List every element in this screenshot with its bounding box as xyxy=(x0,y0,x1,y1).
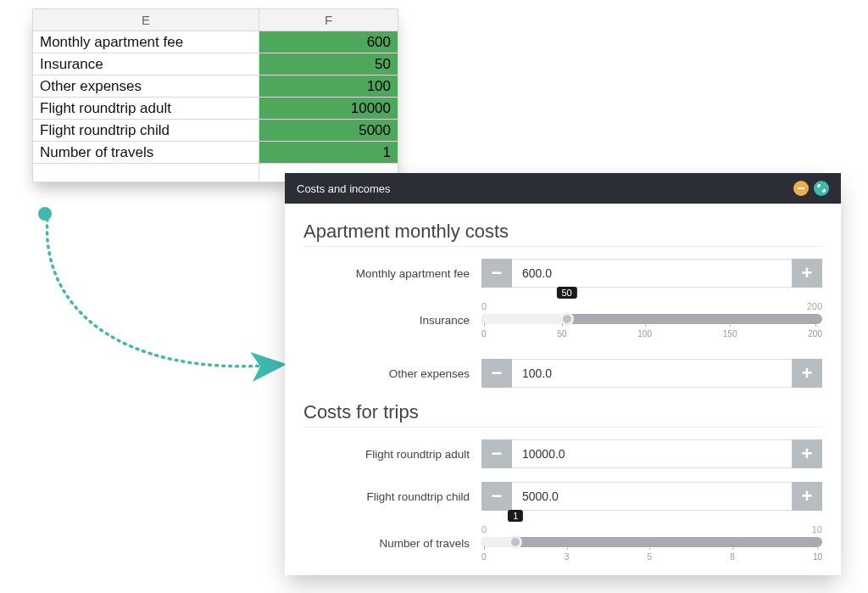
svg-point-0 xyxy=(38,207,52,221)
cell-value[interactable]: 50 xyxy=(259,53,398,76)
section-rule xyxy=(303,427,822,428)
increment-button[interactable]: + xyxy=(792,482,822,511)
expand-button[interactable] xyxy=(814,181,829,196)
monthly-fee-input[interactable] xyxy=(512,259,792,288)
other-expenses-input[interactable] xyxy=(512,359,792,388)
slider-tick: 3 xyxy=(565,552,570,562)
cell-label[interactable]: Insurance xyxy=(33,53,259,76)
cell-label[interactable]: Flight roundtrip adult xyxy=(33,98,259,120)
config-panel: Costs and incomes Apartment monthly cost… xyxy=(285,173,841,575)
slider-value-badge: 1 xyxy=(508,510,523,522)
column-header-f[interactable]: F xyxy=(259,9,398,31)
cell-label[interactable]: Number of travels xyxy=(33,142,259,164)
slider-tick: 0 xyxy=(481,552,487,562)
slider-tick: 150 xyxy=(723,329,737,338)
insurance-slider[interactable]: 0 200 50 0 50 100 150 200 xyxy=(481,301,822,338)
row-label-insurance: Insurance xyxy=(303,314,481,327)
cell-label[interactable]: Other expenses xyxy=(33,76,259,98)
section-heading-apartment: Apartment monthly costs xyxy=(303,221,822,243)
decrement-button[interactable]: − xyxy=(481,359,512,388)
slider-thumb[interactable] xyxy=(509,535,522,549)
spreadsheet-fragment: E F Monthly apartment fee 600 Insurance … xyxy=(32,8,398,182)
increment-button[interactable]: + xyxy=(792,259,822,288)
decrement-button[interactable]: − xyxy=(481,482,512,511)
cell-label[interactable]: Flight roundtrip child xyxy=(33,120,259,142)
slider-max: 10 xyxy=(812,524,822,534)
slider-tick: 50 xyxy=(557,329,566,338)
slider-tick: 10 xyxy=(813,552,822,562)
column-header-e[interactable]: E xyxy=(33,9,259,31)
flight-child-input[interactable] xyxy=(512,482,792,511)
row-label-other: Other expenses xyxy=(303,367,481,380)
row-label-flight-adult: Flight roundtrip adult xyxy=(303,448,481,461)
slider-tick: 200 xyxy=(808,329,822,338)
slider-min: 0 xyxy=(481,524,487,534)
panel-titlebar: Costs and incomes xyxy=(285,173,841,204)
svg-rect-1 xyxy=(798,187,804,189)
slider-max: 200 xyxy=(807,301,822,311)
slider-tick: 100 xyxy=(637,329,652,338)
minimize-button[interactable] xyxy=(793,181,809,196)
increment-button[interactable]: + xyxy=(792,359,822,388)
slider-value-badge: 50 xyxy=(556,287,576,299)
decrement-button[interactable]: − xyxy=(481,439,512,468)
slider-min: 0 xyxy=(481,301,487,311)
row-label-num-travels: Number of travels xyxy=(303,537,481,550)
slider-tick: 0 xyxy=(481,329,487,338)
num-travels-slider[interactable]: 0 10 1 0 3 5 8 10 xyxy=(481,524,822,562)
flight-adult-input[interactable] xyxy=(512,439,792,468)
panel-title: Costs and incomes xyxy=(297,182,391,195)
cell-value[interactable]: 10000 xyxy=(259,98,398,120)
cell-value[interactable]: 1 xyxy=(259,142,398,164)
section-heading-trips: Costs for trips xyxy=(303,401,822,423)
cell-value[interactable]: 5000 xyxy=(259,120,398,142)
row-label-monthly-fee: Monthly apartment fee xyxy=(303,267,481,280)
cell-value[interactable]: 600 xyxy=(259,31,398,53)
cell-label[interactable]: Monthly apartment fee xyxy=(33,31,259,53)
increment-button[interactable]: + xyxy=(792,439,822,468)
row-label-flight-child: Flight roundtrip child xyxy=(303,490,481,503)
transform-arrow xyxy=(32,204,295,399)
slider-tick: 5 xyxy=(647,552,652,562)
decrement-button[interactable]: − xyxy=(481,259,512,288)
slider-tick: 8 xyxy=(730,552,735,562)
cell-value[interactable]: 100 xyxy=(259,76,398,98)
section-rule xyxy=(303,246,822,247)
